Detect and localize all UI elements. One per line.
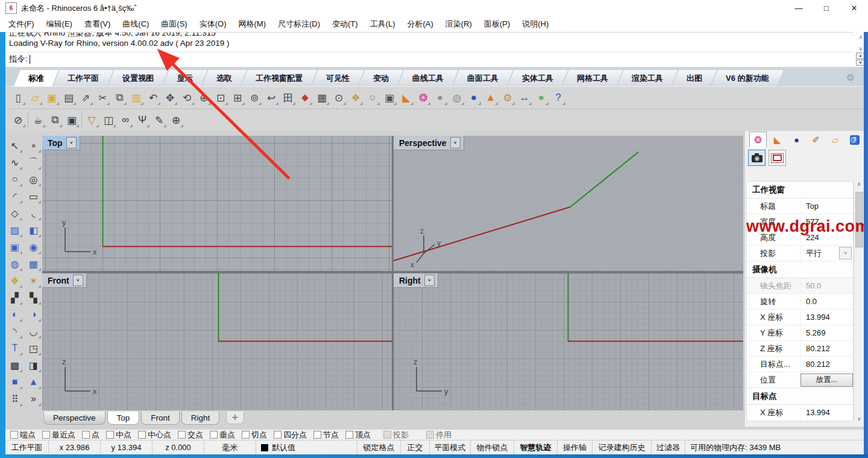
checkbox-icon[interactable] bbox=[138, 431, 146, 439]
rendered-sphere-icon[interactable]: ● bbox=[466, 90, 482, 106]
single-point-icon[interactable]: ∘ bbox=[26, 138, 42, 153]
chevron-down-icon[interactable]: ˅ bbox=[73, 275, 83, 286]
array-icon[interactable]: ▩ bbox=[7, 357, 23, 373]
menu-item[interactable]: 尺寸标注(D) bbox=[272, 19, 326, 30]
extend-icon[interactable]: ✶ bbox=[26, 273, 42, 288]
open-file-icon[interactable]: ▱ bbox=[27, 90, 43, 106]
box-icon[interactable]: ▣ bbox=[7, 239, 23, 255]
ribbon-tab[interactable]: 出图 bbox=[672, 70, 717, 86]
trim-icon[interactable]: ▞ bbox=[7, 290, 23, 305]
ribbon-tab[interactable]: 实体工具 bbox=[508, 70, 568, 86]
viewport-top[interactable]: Top ˅ y x bbox=[42, 136, 392, 271]
ribbon-tab[interactable]: 工作平面 bbox=[53, 70, 113, 86]
osnap-toggle[interactable]: 顶点 bbox=[345, 430, 371, 441]
cplane-grid-icon[interactable]: ▦ bbox=[314, 90, 330, 106]
status-item[interactable]: 过滤器 bbox=[652, 441, 685, 454]
toolbar-layout-icon[interactable]: ⠿ bbox=[7, 391, 23, 407]
viewport-right-label[interactable]: Right ˅ bbox=[394, 273, 438, 288]
batch-render-icon[interactable]: ⧉ bbox=[47, 112, 63, 128]
new-file-icon[interactable]: ▯ bbox=[10, 90, 26, 106]
ribbon-tab[interactable]: 曲面工具 bbox=[453, 70, 513, 86]
property-value[interactable]: 0.0 bbox=[800, 294, 853, 309]
gear-icon[interactable]: ⚙ bbox=[846, 72, 855, 83]
place-button[interactable]: 放置... bbox=[800, 374, 853, 387]
four-viewports-icon[interactable]: 田 bbox=[280, 90, 296, 106]
ribbon-tab[interactable]: 可见性 bbox=[312, 70, 364, 86]
spheres-icon[interactable]: ◉ bbox=[26, 239, 42, 255]
rectangle-icon[interactable]: ▭ bbox=[26, 188, 42, 204]
chevron-down-icon[interactable]: ˅ bbox=[839, 247, 852, 259]
menu-item[interactable]: 编辑(E) bbox=[40, 19, 78, 30]
checkbox-icon[interactable] bbox=[106, 431, 114, 439]
command-line[interactable]: 指令: bbox=[6, 52, 854, 66]
scale-icon[interactable]: ◳ bbox=[26, 340, 42, 356]
property-value[interactable]: Top bbox=[800, 199, 853, 214]
property-value[interactable]: 13.994 bbox=[800, 405, 853, 420]
ribbon-tab[interactable]: 标准 bbox=[14, 70, 58, 86]
menu-item[interactable]: 工具(L) bbox=[364, 19, 401, 30]
viewport-right[interactable]: Right ˅ z y bbox=[394, 273, 743, 410]
color-wheel-icon[interactable]: ❂ bbox=[415, 90, 431, 106]
status-item[interactable]: 物件锁点 bbox=[471, 441, 514, 454]
surface-points-icon[interactable]: ▨ bbox=[7, 222, 23, 238]
osnap-toggle[interactable]: 停用 bbox=[426, 430, 451, 441]
tube-icon[interactable]: ◍ bbox=[7, 256, 23, 272]
checkbox-icon[interactable] bbox=[242, 431, 250, 439]
osnap-toggle[interactable]: 交点 bbox=[178, 430, 203, 441]
lightbulb-icon[interactable]: ○ bbox=[365, 90, 380, 106]
rotate-view-icon[interactable]: ⟲ bbox=[179, 90, 195, 106]
text-icon[interactable]: T bbox=[7, 340, 23, 356]
control-curve-icon[interactable]: ⌒ bbox=[26, 154, 42, 170]
add-viewport-tab-button[interactable]: ✛ bbox=[226, 412, 244, 424]
sun-aim-icon[interactable]: ⊕ bbox=[168, 112, 184, 128]
save-file-icon[interactable]: ▣ bbox=[44, 90, 60, 106]
osnap-toggle[interactable]: 垂点 bbox=[210, 430, 235, 441]
menu-item[interactable]: 实体(O) bbox=[193, 19, 233, 30]
status-item[interactable]: 平面模式 bbox=[430, 441, 471, 454]
earth-render-icon[interactable]: ● bbox=[533, 90, 549, 106]
checkbox-icon[interactable] bbox=[10, 431, 18, 439]
osnap-toggle[interactable]: 投影 bbox=[383, 430, 409, 441]
proxy-box-icon[interactable]: ◫ bbox=[101, 112, 116, 128]
osnap-toggle[interactable]: 切点 bbox=[242, 430, 267, 441]
checkbox-icon[interactable] bbox=[82, 431, 90, 439]
ribbon-tab[interactable]: 工作视窗配置 bbox=[241, 70, 317, 86]
status-item[interactable]: 智慧轨迹 bbox=[514, 441, 558, 454]
viewport-tab[interactable]: Top bbox=[107, 412, 140, 425]
export-funnel-icon[interactable]: ▽ bbox=[84, 112, 99, 128]
cone-icon[interactable]: ▲ bbox=[483, 90, 498, 106]
viewport-front[interactable]: Front ˅ z x bbox=[42, 273, 392, 410]
checkbox-icon[interactable] bbox=[274, 431, 281, 439]
bomb-tab-icon[interactable]: ● bbox=[788, 132, 805, 148]
explode-icon[interactable]: ❖ bbox=[7, 273, 23, 288]
viewport-tab[interactable]: Right bbox=[181, 412, 220, 425]
undo-icon[interactable]: ↶ bbox=[145, 90, 161, 106]
ribbon-tab[interactable]: 变动 bbox=[359, 70, 403, 86]
chevron-down-icon[interactable]: ˅ bbox=[424, 275, 435, 286]
menu-item[interactable]: 分析(A) bbox=[401, 19, 439, 30]
status-item[interactable]: x 23.986 bbox=[49, 441, 101, 454]
mesh-icon[interactable]: ▦ bbox=[26, 256, 42, 272]
vray-material-icon[interactable]: ◣ bbox=[398, 90, 414, 106]
status-item[interactable]: 正交 bbox=[401, 441, 430, 454]
folder-tab-icon[interactable]: ▱ bbox=[826, 132, 844, 148]
checkbox-icon[interactable] bbox=[426, 431, 434, 439]
status-item[interactable]: y 13.394 bbox=[101, 441, 153, 454]
ribbon-tab[interactable]: 渲染工具 bbox=[617, 70, 678, 86]
viewport-front-label[interactable]: Front ˅ bbox=[42, 273, 87, 288]
menu-item[interactable]: 查看(V) bbox=[78, 19, 116, 30]
status-item[interactable]: 毫米 bbox=[204, 441, 256, 454]
ribbon-tab[interactable]: 显示 bbox=[163, 70, 207, 86]
property-value[interactable]: 80.212 bbox=[800, 357, 853, 372]
menu-item[interactable]: 曲线(C) bbox=[116, 19, 155, 30]
status-item[interactable]: z 0.000 bbox=[153, 441, 204, 454]
osnap-toggle[interactable]: 节点 bbox=[313, 430, 339, 441]
scroll-down-icon[interactable]: ∨ bbox=[858, 45, 863, 52]
property-value[interactable]: 5.269 bbox=[800, 421, 853, 422]
render-teapot-icon[interactable]: ☕ bbox=[30, 112, 46, 128]
mirror-icon[interactable]: ◨ bbox=[26, 357, 42, 373]
menu-item[interactable]: 面板(P) bbox=[478, 19, 516, 30]
extrude-icon[interactable]: ▲ bbox=[26, 374, 42, 390]
checkbox-icon[interactable] bbox=[178, 431, 186, 439]
status-item[interactable]: 操作轴 bbox=[558, 441, 593, 454]
